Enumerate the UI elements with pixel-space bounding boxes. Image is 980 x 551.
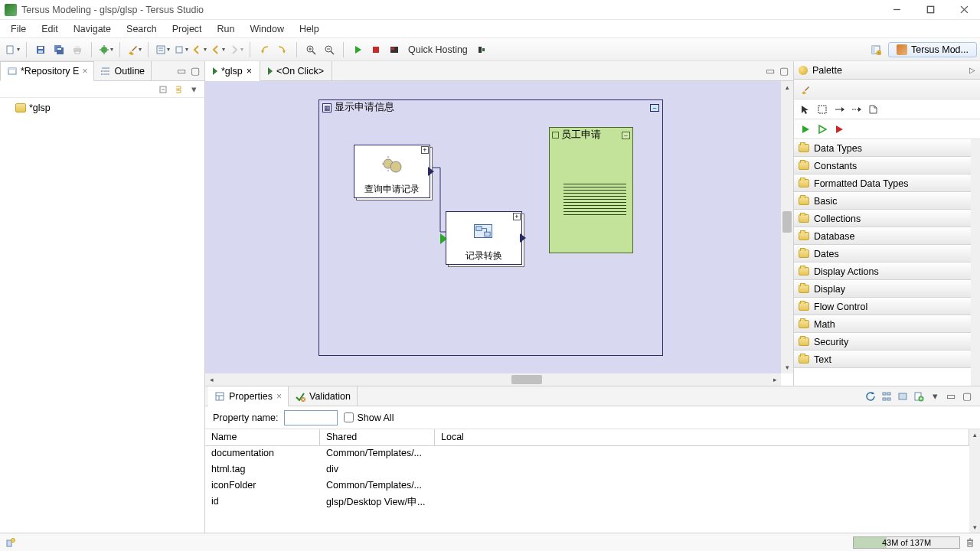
status-item-icon[interactable]	[5, 536, 17, 549]
menu-run[interactable]: Run	[210, 22, 243, 36]
col-shared[interactable]: Shared	[320, 429, 435, 445]
quick-hosting-icon[interactable]	[473, 41, 490, 58]
palette-header[interactable]: Palette ▷	[794, 61, 980, 80]
open-perspective-button[interactable]	[867, 41, 884, 58]
scrollbar-thumb[interactable]	[511, 375, 542, 384]
note-tool-icon[interactable]	[866, 103, 880, 116]
stop-button[interactable]	[368, 41, 384, 58]
input-port-icon[interactable]	[440, 233, 447, 244]
view-menu-icon[interactable]: ▾	[928, 390, 942, 403]
refresh-icon[interactable]	[864, 390, 877, 403]
editor-tab-glsp[interactable]: *glsp ×	[205, 61, 260, 81]
tree-item-glsp[interactable]: *glsp	[6, 101, 198, 115]
save-all-button[interactable]	[51, 41, 67, 58]
run-trigger-outline-icon[interactable]	[815, 122, 829, 136]
save-button[interactable]	[32, 41, 49, 58]
scrollbar-thumb[interactable]	[782, 211, 792, 233]
filter-button[interactable]: ▾	[154, 41, 171, 58]
tab-outline[interactable]: Outline	[94, 61, 152, 81]
add-icon[interactable]	[912, 390, 926, 403]
model-box-query[interactable]: + 查询申请记录	[354, 145, 430, 198]
menu-project[interactable]: Project	[165, 22, 210, 36]
palette-cat-formatted[interactable]: Formatted Data Types	[794, 174, 971, 192]
palette-cat-flow-control[interactable]: Flow Control	[794, 298, 971, 315]
properties-table[interactable]: Name Shared Local documentationCommon/Te…	[205, 429, 969, 533]
model-collapse[interactable]: –	[650, 104, 659, 112]
palette-cat-data-types[interactable]: Data Types	[794, 139, 971, 157]
properties-scrollbar[interactable]: ▴▾	[969, 429, 980, 533]
col-local[interactable]: Local	[435, 429, 969, 445]
palette-cat-security[interactable]: Security	[794, 333, 971, 350]
close-icon[interactable]: ×	[276, 391, 282, 402]
brush-button[interactable]: ▾	[126, 41, 142, 58]
canvas-hscrollbar[interactable]: ◂ ▸	[205, 373, 781, 386]
palette-cat-basic[interactable]: Basic	[794, 192, 971, 210]
chevron-right-icon[interactable]: ▷	[969, 66, 975, 74]
editor-tab-onclick[interactable]: <On Click>	[260, 61, 332, 81]
palette-cat-display[interactable]: Display	[794, 280, 971, 298]
dashed-connection-icon[interactable]	[849, 103, 863, 116]
editor-minimize[interactable]: ▭	[764, 65, 776, 77]
brush-tool-icon[interactable]	[799, 83, 812, 96]
run-trigger-icon[interactable]	[799, 122, 812, 136]
palette-cat-display-actions[interactable]: Display Actions	[794, 262, 971, 280]
palette-cat-math[interactable]: Math	[794, 315, 971, 333]
stop-trigger-icon[interactable]	[832, 122, 846, 136]
model-main[interactable]: ▦ 显示申请信息 – + 查询申请记录	[318, 99, 663, 356]
marquee-tool-icon[interactable]	[815, 103, 829, 116]
prop-maximize[interactable]: ▢	[960, 390, 974, 403]
menu-window[interactable]: Window	[243, 22, 292, 36]
palette-cat-text[interactable]: Text	[794, 350, 971, 368]
menu-search[interactable]: Search	[119, 22, 165, 36]
menu-help[interactable]: Help	[292, 22, 327, 36]
tab-properties[interactable]: Properties ×	[208, 386, 289, 406]
quick-hosting-label[interactable]: Quick Hosting	[403, 44, 472, 55]
window-close[interactable]	[952, 2, 975, 18]
data-collapse[interactable]: –	[622, 132, 630, 139]
print-button[interactable]	[69, 41, 86, 58]
forward-button[interactable]: ▾	[227, 41, 244, 58]
editor-maximize[interactable]: ▢	[778, 65, 790, 77]
model-box-transform[interactable]: + 记录转换	[446, 211, 522, 265]
nav-button[interactable]: ▾	[172, 41, 189, 58]
palette-cat-constants[interactable]: Constants	[794, 157, 971, 174]
prop-minimize[interactable]: ▭	[944, 390, 958, 403]
link-editor-icon[interactable]	[172, 83, 185, 96]
expand-icon[interactable]: +	[421, 146, 429, 154]
view-menu-icon[interactable]: ▾	[188, 83, 200, 96]
palette-scrollbar[interactable]	[971, 139, 980, 386]
debug-button[interactable]: ▾	[97, 41, 114, 58]
view-minimize[interactable]: ▭	[175, 65, 188, 77]
palette-cat-dates[interactable]: Dates	[794, 245, 971, 262]
zoom-out-button[interactable]	[321, 41, 338, 58]
menu-file[interactable]: File	[3, 22, 34, 36]
tree-view-icon[interactable]	[880, 390, 893, 403]
prev-ann-button[interactable]: ▾	[191, 41, 207, 58]
new-button[interactable]: ▾	[4, 41, 21, 58]
tab-validation[interactable]: Validation	[289, 386, 358, 406]
step-forward-button[interactable]	[274, 41, 291, 58]
canvas-vscrollbar[interactable]: ▴ ▾	[781, 81, 793, 373]
expand-icon[interactable]: +	[513, 213, 521, 220]
window-minimize[interactable]	[885, 2, 908, 18]
close-icon[interactable]: ×	[82, 66, 87, 77]
zoom-in-button[interactable]	[302, 41, 319, 58]
select-tool-icon[interactable]	[799, 103, 812, 116]
table-row[interactable]: iconFolderCommon/Templates/...	[205, 478, 969, 494]
palette-cat-database[interactable]: Database	[794, 227, 971, 245]
palette-cat-collections[interactable]: Collections	[794, 210, 971, 227]
perspective-tersus[interactable]: Tersus Mod...	[888, 42, 977, 57]
step-back-button[interactable]	[256, 41, 273, 58]
back-button[interactable]: ▾	[209, 41, 226, 58]
table-row[interactable]: documentationCommon/Templates/...	[205, 446, 969, 462]
connection-tool-icon[interactable]	[832, 103, 846, 116]
flat-view-icon[interactable]	[896, 390, 910, 403]
view-maximize[interactable]: ▢	[189, 65, 201, 77]
terminate-button[interactable]	[386, 41, 403, 58]
col-name[interactable]: Name	[205, 429, 320, 445]
run-button[interactable]	[349, 41, 366, 58]
gc-trash-icon[interactable]	[965, 537, 975, 548]
tab-repository[interactable]: *Repository E ×	[0, 61, 94, 81]
table-row[interactable]: html.tagdiv	[205, 462, 969, 478]
show-all-input[interactable]	[344, 412, 354, 422]
